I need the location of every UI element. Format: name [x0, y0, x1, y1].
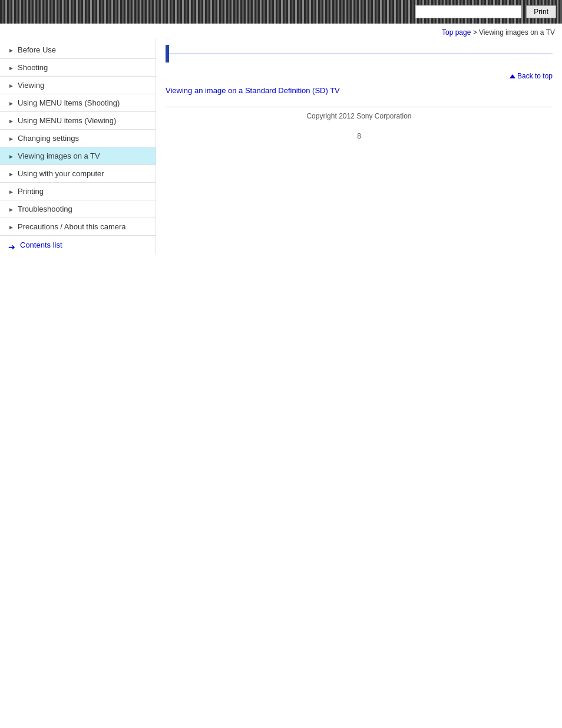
footer-copyright: Copyright 2012 Sony Corporation	[166, 112, 553, 126]
sidebar-item-viewing[interactable]: ►Viewing	[0, 77, 156, 94]
content-area: Back to top Viewing an image on a Standa…	[156, 39, 562, 152]
main-layout: ►Before Use►Shooting►Viewing►Using MENU …	[0, 39, 562, 254]
sidebar-item-using-computer[interactable]: ►Using with your computer	[0, 165, 156, 183]
breadcrumb: Top page > Viewing images on a TV	[0, 24, 562, 39]
back-to-top-link[interactable]: Back to top	[510, 72, 553, 80]
print-button[interactable]: Print	[526, 5, 556, 18]
footer-divider	[166, 107, 553, 107]
sidebar-item-printing[interactable]: ►Printing	[0, 183, 156, 200]
sidebar-item-viewing-images-tv[interactable]: ►Viewing images on a TV	[0, 147, 156, 165]
triangle-icon	[510, 74, 515, 78]
header-bar: Print	[0, 0, 562, 24]
sidebar-item-precautions[interactable]: ►Precautions / About this camera	[0, 218, 156, 236]
sidebar-item-label: Changing settings	[18, 134, 79, 143]
sidebar-item-label: Troubleshooting	[18, 205, 72, 213]
sidebar-arrow-icon: ►	[8, 189, 14, 195]
contents-list-label: Contents list	[20, 241, 62, 249]
sidebar-arrow-icon: ►	[8, 83, 14, 88]
sidebar-arrow-icon: ►	[8, 65, 14, 71]
sidebar-item-label: Viewing images on a TV	[18, 151, 100, 160]
sidebar-item-using-menu-viewing[interactable]: ►Using MENU items (Viewing)	[0, 112, 156, 130]
sidebar-arrow-icon: ►	[8, 100, 14, 106]
sidebar-item-label: Before Use	[18, 45, 56, 54]
back-to-top-label: Back to top	[517, 72, 553, 80]
sidebar-arrow-icon: ►	[8, 206, 14, 212]
sidebar-arrow-icon: ►	[8, 153, 14, 159]
sidebar-item-label: Using with your computer	[18, 169, 104, 178]
sidebar-item-label: Viewing	[18, 81, 44, 90]
search-input[interactable]	[415, 5, 521, 18]
contents-list-link[interactable]: ➔ Contents list	[0, 236, 156, 254]
breadcrumb-current: Viewing images on a TV	[479, 28, 555, 37]
breadcrumb-separator: >	[471, 28, 479, 37]
sidebar-item-changing-settings[interactable]: ►Changing settings	[0, 130, 156, 147]
sidebar-item-shooting[interactable]: ►Shooting	[0, 59, 156, 77]
sidebar-item-before-use[interactable]: ►Before Use	[0, 41, 156, 59]
sidebar-item-using-menu-shooting[interactable]: ►Using MENU items (Shooting)	[0, 94, 156, 112]
sd-tv-link[interactable]: Viewing an image on a Standard Definitio…	[166, 86, 340, 95]
sidebar-arrow-icon: ►	[8, 118, 14, 124]
back-to-top: Back to top	[166, 72, 553, 80]
content-link-paragraph: Viewing an image on a Standard Definitio…	[166, 86, 553, 95]
sidebar: ►Before Use►Shooting►Viewing►Using MENU …	[0, 39, 156, 254]
sidebar-item-label: Shooting	[18, 63, 48, 72]
sidebar-item-label: Precautions / About this camera	[18, 222, 126, 231]
sidebar-item-label: Using MENU items (Viewing)	[18, 116, 116, 125]
page-number: 8	[166, 132, 553, 140]
sidebar-item-troubleshooting[interactable]: ►Troubleshooting	[0, 200, 156, 218]
sidebar-arrow-icon: ►	[8, 47, 14, 53]
title-line	[169, 54, 553, 54]
contents-arrow-icon: ➔	[8, 242, 18, 248]
sidebar-arrow-icon: ►	[8, 171, 14, 177]
page-title-section	[166, 45, 553, 62]
sidebar-arrow-icon: ►	[8, 224, 14, 230]
sidebar-item-label: Printing	[18, 187, 44, 196]
breadcrumb-top-link[interactable]: Top page	[442, 28, 471, 37]
sidebar-arrow-icon: ►	[8, 136, 14, 141]
sidebar-item-label: Using MENU items (Shooting)	[18, 98, 120, 107]
